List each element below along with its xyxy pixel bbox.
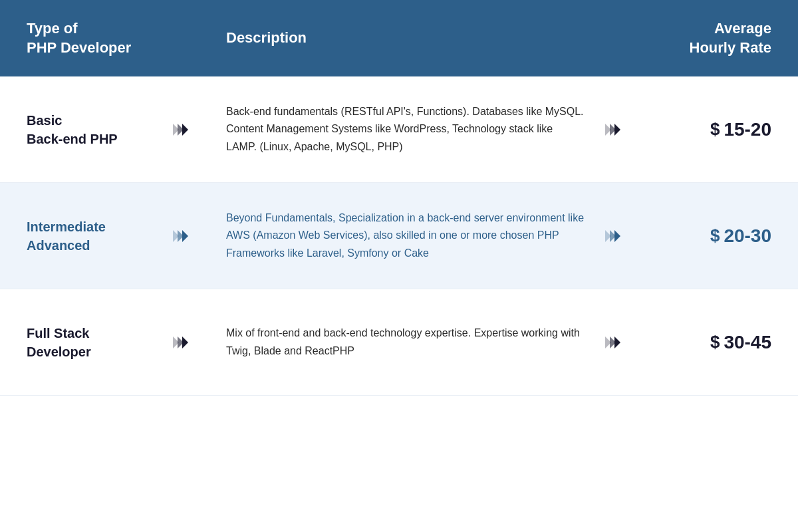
arrow-left-basic bbox=[173, 124, 226, 136]
type-line1-basic: Basic bbox=[27, 113, 62, 128]
description-text-intermediate: Beyond Fundamentals, Specialization in a… bbox=[226, 209, 585, 262]
header-description: Description bbox=[226, 29, 585, 48]
table-row-intermediate: Intermediate Advanced Beyond Fundamental… bbox=[0, 183, 798, 289]
chevron-right-fullstack bbox=[605, 336, 619, 348]
arrow-right-basic bbox=[585, 124, 638, 136]
rate-value-intermediate: 20-30 bbox=[724, 225, 771, 247]
dollar-sign-basic: $ bbox=[710, 119, 720, 140]
chevron-left-fullstack bbox=[173, 336, 226, 348]
pricing-table: Type of PHP Developer Description Averag… bbox=[0, 0, 798, 396]
dollar-sign-intermediate: $ bbox=[710, 225, 720, 246]
header-rate: Average Hourly Rate bbox=[638, 19, 771, 57]
type-basic: Basic Back-end PHP bbox=[27, 111, 173, 148]
description-text-fullstack: Mix of front-end and back-end technology… bbox=[226, 325, 585, 360]
table-header: Type of PHP Developer Description Averag… bbox=[0, 0, 798, 76]
type-fullstack: Full Stack Developer bbox=[27, 324, 173, 361]
table-row-basic: Basic Back-end PHP Back-end fundamentals… bbox=[0, 76, 798, 183]
description-intermediate: Beyond Fundamentals, Specialization in a… bbox=[226, 209, 585, 262]
type-intermediate: Intermediate Advanced bbox=[27, 217, 173, 255]
chevron-right-intermediate bbox=[605, 230, 619, 242]
type-line2-fullstack: Developer bbox=[27, 344, 91, 359]
header-description-label: Description bbox=[226, 29, 307, 46]
dollar-sign-fullstack: $ bbox=[710, 332, 720, 352]
header-type: Type of PHP Developer bbox=[27, 19, 173, 57]
rate-intermediate: $ 20-30 bbox=[638, 225, 771, 247]
arrow-left-intermediate bbox=[173, 230, 226, 242]
description-fullstack: Mix of front-end and back-end technology… bbox=[226, 325, 585, 360]
header-rate-label: Average Hourly Rate bbox=[638, 19, 771, 57]
rate-basic: $ 15-20 bbox=[638, 119, 771, 140]
type-line2-intermediate: Advanced bbox=[27, 238, 90, 253]
type-line1-fullstack: Full Stack bbox=[27, 326, 89, 340]
description-basic: Back-end fundamentals (RESTful API's, Fu… bbox=[226, 103, 585, 156]
arrow-left-fullstack bbox=[173, 336, 226, 348]
chevron-left-basic bbox=[173, 124, 226, 136]
table-row-fullstack: Full Stack Developer Mix of front-end an… bbox=[0, 289, 798, 396]
header-type-label: Type of PHP Developer bbox=[27, 20, 131, 56]
arrow-right-intermediate bbox=[585, 230, 638, 242]
type-line2-basic: Back-end PHP bbox=[27, 132, 118, 146]
chevron-right-basic bbox=[605, 124, 619, 136]
type-line1-intermediate: Intermediate bbox=[27, 219, 106, 234]
rate-value-basic: 15-20 bbox=[724, 119, 771, 140]
arrow-right-fullstack bbox=[585, 336, 638, 348]
rate-value-fullstack: 30-45 bbox=[724, 332, 771, 353]
rate-fullstack: $ 30-45 bbox=[638, 332, 771, 353]
chevron-left-intermediate bbox=[173, 230, 226, 242]
description-text-basic: Back-end fundamentals (RESTful API's, Fu… bbox=[226, 103, 585, 156]
